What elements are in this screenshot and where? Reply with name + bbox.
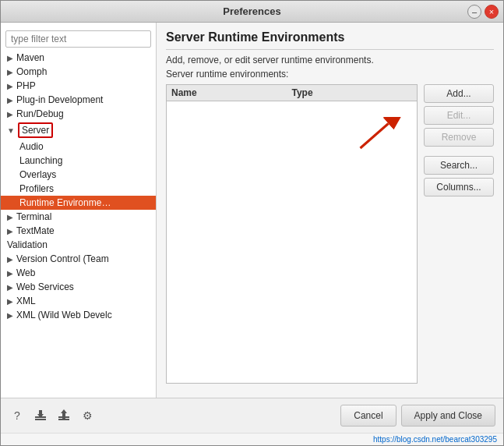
status-bar: https://blog.csdn.net/bearcat303295: [1, 433, 503, 445]
sidebar-item-label: XML (Wild Web Develc: [16, 310, 112, 320]
sidebar-item-label: Web: [16, 267, 35, 278]
sidebar-item-17[interactable]: ▶XML: [1, 294, 156, 308]
sidebar-item-label: Overlays: [19, 169, 56, 180]
help-icon[interactable]: ?: [9, 407, 26, 424]
arrow-icon: ▶: [7, 255, 13, 264]
tree-container: ▶Maven▶Oomph▶PHP▶Plug-in Development▶Run…: [1, 51, 156, 322]
arrow-icon: ▶: [7, 68, 13, 76]
sidebar-item-label: Profilers: [19, 183, 54, 194]
table-header: Name Type: [167, 85, 417, 101]
title-bar: Preferences – ×: [1, 1, 503, 23]
sidebar-item-label: Terminal: [16, 211, 51, 222]
footer-icons: ? ⚙: [9, 407, 96, 424]
sidebar-item-label: Version Control (Team: [16, 253, 109, 264]
sidebar-item-label: Server: [18, 122, 53, 138]
arrow-icon: ▶: [7, 311, 13, 320]
arrow-icon: ▶: [7, 297, 13, 306]
content-area: ▶Maven▶Oomph▶PHP▶Plug-in Development▶Run…: [1, 23, 503, 398]
panel-subtitle: Server runtime environments:: [166, 69, 494, 80]
sidebar: ▶Maven▶Oomph▶PHP▶Plug-in Development▶Run…: [1, 23, 157, 398]
footer: ? ⚙ Cancel Apply and Close: [1, 398, 503, 433]
column-name: Name: [171, 87, 292, 98]
arrow-icon: ▼: [7, 126, 15, 135]
sidebar-item-3[interactable]: ▶Plug-in Development: [1, 93, 156, 107]
sidebar-item-1[interactable]: ▶Oomph: [1, 65, 156, 79]
sidebar-item-label: Run/Debug: [16, 108, 64, 119]
sidebar-item-10[interactable]: Runtime Environme…: [1, 196, 156, 210]
arrow-icon: ▶: [7, 227, 13, 235]
sidebar-item-label: Validation: [7, 239, 48, 250]
action-buttons: Add... Edit... Remove Search... Columns.…: [424, 84, 494, 384]
edit-button[interactable]: Edit...: [424, 106, 494, 125]
svg-rect-7: [58, 419, 69, 420]
add-button[interactable]: Add...: [424, 84, 494, 103]
arrow-icon: ▶: [7, 82, 13, 90]
svg-rect-3: [35, 419, 46, 420]
export-icon[interactable]: [32, 407, 49, 424]
svg-rect-8: [62, 412, 65, 419]
arrow-icon: ▶: [7, 213, 13, 221]
remove-button[interactable]: Remove: [424, 128, 494, 147]
cancel-button[interactable]: Cancel: [340, 405, 396, 427]
status-url: https://blog.csdn.net/bearcat303295: [373, 435, 497, 444]
sidebar-item-label: Oomph: [16, 66, 47, 77]
sidebar-item-label: Plug-in Development: [16, 94, 103, 105]
sidebar-item-0[interactable]: ▶Maven: [1, 51, 156, 65]
sidebar-item-8[interactable]: Overlays: [1, 168, 156, 182]
arrow-icon: ▶: [7, 54, 13, 62]
sidebar-item-label: Maven: [16, 52, 44, 63]
main-panel: Server Runtime Environments Add, remove,…: [157, 23, 503, 398]
close-button[interactable]: ×: [485, 5, 499, 19]
sidebar-item-label: TextMate: [16, 225, 55, 236]
sidebar-item-9[interactable]: Profilers: [1, 182, 156, 196]
arrow-icon: ▶: [7, 269, 13, 278]
sidebar-item-label: Runtime Environme…: [19, 197, 111, 208]
sidebar-item-7[interactable]: Launching: [1, 154, 156, 168]
settings-icon[interactable]: ⚙: [79, 407, 96, 424]
red-arrow-icon: [354, 117, 401, 156]
sidebar-item-5[interactable]: ▼Server: [1, 121, 156, 140]
sidebar-item-label: Launching: [19, 155, 62, 166]
panel-description: Add, remove, or edit server runtime envi…: [166, 55, 494, 65]
arrow-icon: ▶: [7, 110, 13, 119]
sidebar-item-14[interactable]: ▶Version Control (Team: [1, 252, 156, 266]
columns-button[interactable]: Columns...: [424, 178, 494, 196]
search-button[interactable]: Search...: [424, 156, 494, 175]
import-icon[interactable]: [55, 407, 72, 424]
sidebar-item-label: Web Services: [16, 281, 74, 292]
window-controls: – ×: [467, 5, 499, 19]
sidebar-item-label: XML: [16, 296, 36, 306]
minimize-button[interactable]: –: [467, 5, 481, 19]
apply-close-button[interactable]: Apply and Close: [401, 405, 495, 427]
sidebar-item-16[interactable]: ▶Web Services: [1, 280, 156, 294]
sidebar-item-4[interactable]: ▶Run/Debug: [1, 107, 156, 121]
column-type: Type: [292, 87, 413, 98]
window-title: Preferences: [223, 5, 280, 17]
environments-table: Name Type: [166, 84, 418, 384]
table-body: [167, 101, 417, 383]
arrow-icon: ▶: [7, 283, 13, 292]
sidebar-item-15[interactable]: ▶Web: [1, 266, 156, 280]
sidebar-item-12[interactable]: ▶TextMate: [1, 224, 156, 238]
sidebar-item-13[interactable]: Validation: [1, 238, 156, 252]
svg-line-1: [361, 124, 389, 149]
footer-buttons: Cancel Apply and Close: [340, 405, 495, 427]
sidebar-item-11[interactable]: ▶Terminal: [1, 210, 156, 224]
preferences-window: Preferences – × ▶Maven▶Oomph▶PHP▶Plug-in…: [0, 0, 504, 446]
sidebar-item-label: Audio: [19, 141, 44, 152]
table-area: Name Type: [166, 84, 494, 384]
sidebar-item-18[interactable]: ▶XML (Wild Web Develc: [1, 308, 156, 322]
sidebar-item-2[interactable]: ▶PHP: [1, 79, 156, 93]
panel-title: Server Runtime Environments: [166, 30, 494, 50]
arrow-icon: ▶: [7, 96, 13, 104]
search-input[interactable]: [5, 30, 151, 48]
svg-marker-9: [61, 409, 67, 413]
sidebar-item-6[interactable]: Audio: [1, 140, 156, 154]
sidebar-item-label: PHP: [16, 80, 36, 91]
